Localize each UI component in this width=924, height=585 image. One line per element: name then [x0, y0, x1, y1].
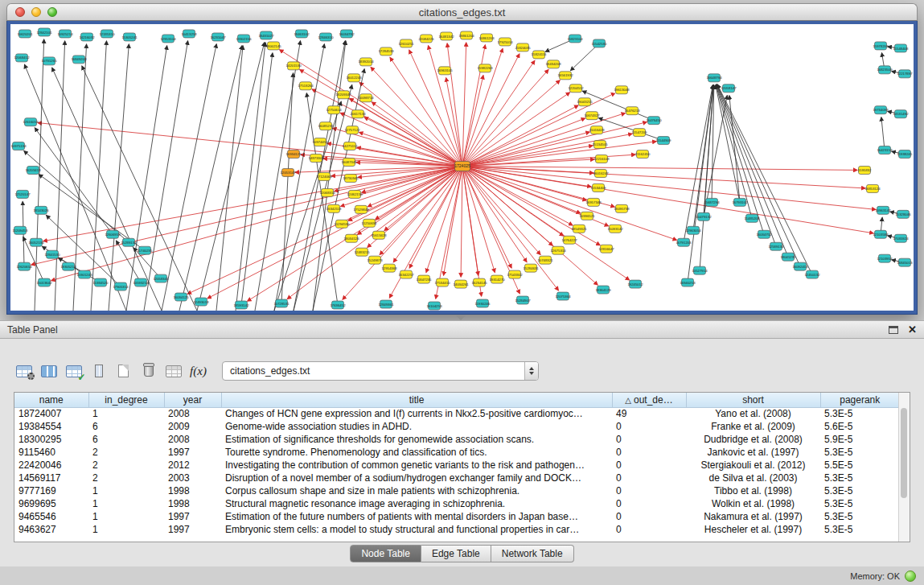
graph-node[interactable]: 12217897: [897, 70, 913, 78]
graph-node[interactable]: 12963054: [685, 226, 701, 234]
graph-edge[interactable]: [51, 167, 462, 281]
graph-node[interactable]: 16034125: [173, 293, 189, 301]
graph-edge[interactable]: [91, 41, 106, 311]
graph-node[interactable]: 14873302: [308, 154, 324, 163]
graph-edge[interactable]: [294, 85, 352, 311]
column-header-year[interactable]: year: [164, 393, 221, 407]
graph-node[interactable]: 16342257: [398, 270, 414, 278]
graph-edge[interactable]: [197, 43, 265, 311]
graph-node[interactable]: 16476213: [624, 107, 640, 115]
graph-node[interactable]: 18143026: [33, 206, 49, 214]
graph-node[interactable]: 17518264: [298, 82, 314, 90]
graph-node[interactable]: 18463102: [294, 30, 310, 38]
graph-edge[interactable]: [462, 167, 873, 233]
graph-node[interactable]: 19861204: [458, 31, 474, 39]
graph-edge[interactable]: [462, 76, 483, 167]
graph-node[interactable]: 12616053: [23, 118, 39, 126]
table-row[interactable]: 977716911998Corpus callosum shape and si…: [14, 484, 899, 497]
graph-node[interactable]: 11547209: [632, 129, 647, 137]
graph-node[interactable]: 15284907: [515, 296, 531, 304]
graph-node[interactable]: 18209347: [335, 91, 351, 99]
graph-node[interactable]: 10925214: [57, 30, 73, 38]
graph-edge[interactable]: [717, 84, 812, 274]
graph-node[interactable]: 12842101: [36, 28, 52, 36]
graph-edge[interactable]: [82, 66, 197, 311]
graph-node[interactable]: 11250634: [362, 219, 377, 227]
graph-node[interactable]: 11542530: [592, 39, 607, 47]
graph-node[interactable]: 15978203: [873, 42, 889, 50]
graph-node[interactable]: 10413258: [181, 30, 197, 38]
graph-node[interactable]: 18549321: [571, 225, 587, 233]
graph-node[interactable]: 11485203: [745, 214, 760, 222]
graph-node[interactable]: 12462150: [347, 190, 363, 198]
graph-node[interactable]: 16052134: [28, 238, 44, 246]
graph-edge[interactable]: [717, 84, 764, 234]
graph-node[interactable]: 12058341: [153, 274, 169, 282]
graph-node[interactable]: 12103954: [877, 254, 893, 262]
graph-node[interactable]: 15328046: [895, 210, 911, 218]
graph-node[interactable]: 11384520: [93, 278, 109, 286]
graph-node[interactable]: 16963105: [437, 67, 453, 75]
graph-edge[interactable]: [462, 93, 570, 167]
graph-node[interactable]: 10593214: [133, 278, 149, 286]
column-header-pagerank[interactable]: pagerank: [820, 393, 899, 407]
graph-node[interactable]: 18364129: [595, 286, 611, 294]
graph-edge[interactable]: [24, 150, 129, 242]
minimize-window-button[interactable]: [31, 7, 41, 17]
table-row[interactable]: 1456911722003Disruption of a novel membe…: [14, 472, 899, 484]
column-header-in_degree[interactable]: in_degree: [88, 393, 164, 407]
graph-node[interactable]: 12068412: [14, 54, 30, 62]
graph-edge[interactable]: [126, 46, 167, 311]
graph-node[interactable]: 16104253: [426, 302, 442, 310]
column-header-name[interactable]: name: [14, 393, 88, 407]
graph-node[interactable]: 10996521: [579, 212, 595, 220]
table-row[interactable]: 1830029562008Estimation of significance …: [14, 433, 899, 446]
graph-node[interactable]: 15093142: [607, 225, 623, 233]
graph-node[interactable]: 12103584: [873, 230, 889, 238]
new-file-button[interactable]: [111, 360, 136, 382]
graph-node[interactable]: 11534409: [591, 183, 606, 192]
graph-node[interactable]: 19043215: [577, 98, 593, 106]
graph-node[interactable]: 12757122: [344, 126, 360, 134]
graph-node[interactable]: 18041235: [780, 253, 796, 261]
graph-node[interactable]: 12606953: [105, 230, 121, 238]
graph-node[interactable]: 15249873: [367, 256, 383, 264]
table-row[interactable]: 1938455462009Genome-wide association stu…: [14, 420, 899, 433]
column-chooser-button[interactable]: [86, 360, 111, 382]
graph-node[interactable]: 16476450: [646, 117, 662, 125]
graph-node[interactable]: 16823509: [877, 66, 893, 74]
tab-node-table[interactable]: Node Table: [350, 545, 421, 562]
graph-edge[interactable]: [729, 96, 740, 203]
graph-node[interactable]: 16793102: [732, 198, 748, 206]
graph-node[interactable]: 10728531: [273, 299, 290, 307]
graph-node[interactable]: 10527914: [692, 266, 708, 274]
graph-node[interactable]: 14201530: [285, 62, 302, 70]
graph-node[interactable]: 12068314: [319, 188, 335, 196]
graph-node[interactable]: 16234145: [471, 278, 487, 286]
graph-node[interactable]: 12216108: [593, 155, 610, 163]
graph-node[interactable]: 16034782: [339, 30, 355, 38]
graph-edge[interactable]: [340, 113, 462, 166]
graph-node[interactable]: 12058147: [721, 84, 737, 93]
graph-node[interactable]: 16034752: [756, 230, 772, 238]
graph-node[interactable]: 12675314: [550, 246, 566, 254]
graph-node[interactable]: 10963147: [875, 206, 891, 214]
graph-edge[interactable]: [144, 41, 188, 311]
function-button[interactable]: f(x): [186, 360, 211, 382]
graph-node[interactable]: 15982263: [477, 64, 493, 72]
graph-hub-node[interactable]: 1724025: [454, 162, 470, 171]
graph-node[interactable]: 12483215: [354, 248, 370, 256]
graph-node[interactable]: 21162450: [635, 150, 651, 159]
column-header-out_degree[interactable]: △out_de…: [612, 393, 686, 407]
graph-node[interactable]: 19734093: [873, 106, 889, 114]
graph-node[interactable]: 16934125: [285, 150, 302, 159]
graph-edge[interactable]: [716, 84, 752, 218]
graph-node[interactable]: 16957348: [585, 198, 602, 206]
graph-node[interactable]: 15687294: [704, 198, 720, 206]
graph-node[interactable]: 10098714: [358, 94, 374, 102]
graph-node[interactable]: 19613048: [614, 86, 630, 94]
graph-node[interactable]: 11548408: [893, 44, 909, 52]
graph-node[interactable]: 12846310: [318, 33, 334, 41]
graph-node[interactable]: 16845013: [897, 258, 913, 266]
graph-node[interactable]: 16085231: [318, 122, 334, 130]
